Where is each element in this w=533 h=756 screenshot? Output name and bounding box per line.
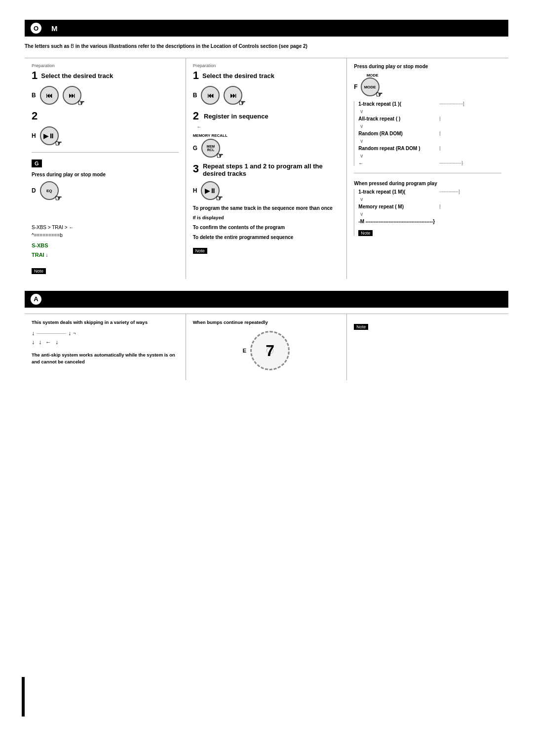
skip-back-btn-2: ⏮ xyxy=(201,86,220,105)
skip-fwd-btn-2: ⏭ ☞ xyxy=(224,86,242,105)
recall-icon: MEMRCL ☞ xyxy=(201,139,220,158)
mode-btn-row: MODE F MODE ☞ xyxy=(354,73,501,96)
dashes2-row: ← ---------------} xyxy=(358,160,501,166)
play-pause-icon-1: ▶⏸ ☞ xyxy=(40,126,59,145)
finger-cursor-6: ☞ xyxy=(216,194,223,203)
disc-letter-e: E xyxy=(243,348,246,354)
step2-num-2: 2 xyxy=(193,110,199,122)
sxbs-lines: S-XBS > TRAI > ← ^=========b xyxy=(32,224,179,239)
repeat1-prog-dashes: -------------] xyxy=(439,189,501,194)
press-label-col3: Press during play or stop mode xyxy=(354,64,428,69)
disc-visual: 7 xyxy=(250,331,290,370)
antiskip-col2: When bumps continue repeatedly E 7 xyxy=(186,314,347,380)
arrow-down-1: ↓ xyxy=(32,330,35,337)
section-a-header: A xyxy=(25,291,508,308)
letter-b-1: B xyxy=(32,92,36,99)
arrow-down-5: ↓ xyxy=(55,339,58,346)
random-repeat-dashes: | xyxy=(439,146,501,151)
antiskip-col2-title: When bumps continue repeatedly xyxy=(193,319,340,326)
repeat1-row: 1-track repeat (1 )( ----------------] xyxy=(358,101,501,107)
random-repeat-label: Random repeat (RA DOM ) xyxy=(358,146,437,151)
step3-num: 3 xyxy=(193,162,199,175)
letter-g: G xyxy=(193,145,197,152)
m-dashes-row: -M -------------------------------------… xyxy=(358,219,501,224)
eq-btn-row: D EQ ☞ xyxy=(32,181,179,200)
skip-back-icon: ⏮ xyxy=(40,86,59,105)
disc-number: 7 xyxy=(266,342,274,360)
antiskip-col1-title: This system deals with skipping in a var… xyxy=(32,319,179,326)
v2: v xyxy=(360,123,501,129)
alltrack-label: All-track repeat ( ) xyxy=(358,116,437,121)
sxbs-arrow-text: S-XBS > TRAI > ← xyxy=(32,225,74,230)
register-arrow: ← xyxy=(197,124,340,129)
random-dashes: | xyxy=(439,131,501,136)
main-three-col: Preparation 1 Select the desired track B… xyxy=(25,58,508,279)
repeat1-prog-label: 1-track repeat (1 M)( xyxy=(358,189,437,195)
play-btn-wrapper-2: ▶⏸ ☞ xyxy=(201,181,220,200)
col1: Preparation 1 Select the desired track B… xyxy=(25,58,186,279)
step1-num: 1 xyxy=(32,69,38,82)
skip-fwd-icon: ⏭ ☞ xyxy=(63,86,81,105)
step2-btn-row: H ▶⏸ ☞ xyxy=(32,126,179,145)
col3: Press during play or stop mode MODE F MO… xyxy=(347,58,508,279)
repeat1-prog-row: 1-track repeat (1 M)( -------------] xyxy=(358,189,501,195)
repeat-modes: 1-track repeat (1 )( ----------------] v… xyxy=(354,101,501,166)
eq-btn-wrapper: EQ ☞ xyxy=(40,181,59,200)
dashes2: ---------------} xyxy=(439,160,501,165)
disc-container: E 7 xyxy=(193,331,340,370)
corner-1: ¬ xyxy=(73,331,76,336)
finger-cursor-5: ☞ xyxy=(216,151,223,160)
program-play-modes: 1-track repeat (1 M)( -------------] v M… xyxy=(354,189,501,236)
alltrack-row: All-track repeat ( ) | xyxy=(358,116,501,121)
trai-arrow: ↓ xyxy=(45,252,48,258)
arrows-row-2: ↓ ↓ ← ↓ xyxy=(32,339,179,346)
play-btn-wrapper-1: ▶⏸ ☞ xyxy=(40,126,59,145)
header-om-title: M xyxy=(51,24,58,33)
arrows-row-1: ↓ ↓ ¬ xyxy=(32,330,179,337)
letter-o: O xyxy=(31,23,41,34)
letter-d: D xyxy=(32,187,36,194)
repeat1-label: 1-track repeat (1 )( xyxy=(358,101,437,107)
program-same-label: To program the same track in the sequenc… xyxy=(193,205,333,211)
arrow-down-2: ↓ xyxy=(68,330,71,337)
v3: v xyxy=(360,138,501,144)
arrow-down-3: ↓ xyxy=(32,339,35,346)
step1-num-2: 1 xyxy=(193,69,199,82)
skip-btn-wrapper: ⏮ xyxy=(40,86,59,105)
step1-title: Select the desired track xyxy=(41,72,113,80)
step3-btn-row: H ▶⏸ ☞ xyxy=(193,181,340,200)
v5: v xyxy=(360,197,501,202)
arrow-left2: ← xyxy=(358,160,437,166)
step2-title: Register in sequence xyxy=(204,113,268,120)
v6: v xyxy=(360,211,501,217)
recall-btn-row: MEMORY RECALL G MEMRCL ☞ xyxy=(193,133,340,158)
letter-a-circle: A xyxy=(31,294,41,305)
if-displayed: If is displayed xyxy=(193,215,340,220)
random-row: Random (RA DOM) | xyxy=(358,131,501,136)
finger-cursor-2: ☞ xyxy=(55,139,62,148)
mode-btn-wrapper: MODE ☞ xyxy=(361,78,380,96)
memory-repeat-label: Memory repeat ( M) xyxy=(358,204,437,209)
antiskip-cols: This system deals with skipping in a var… xyxy=(25,314,508,380)
recall-btn-wrapper: MEMRCL ☞ xyxy=(201,139,220,158)
col2: Preparation 1 Select the desired track B… xyxy=(186,58,347,279)
finger-cursor-7: ☞ xyxy=(376,90,382,99)
intro-text: The letters such as B in the various ill… xyxy=(25,42,508,50)
skip-back-icon-2: ⏮ xyxy=(201,86,220,105)
alltrack-dashes: | xyxy=(439,116,501,121)
play-pause-icon-2: ▶⏸ ☞ xyxy=(201,181,220,200)
note-badge-3: Note xyxy=(358,230,373,236)
finger-cursor-4: ☞ xyxy=(238,98,245,108)
finger-cursor-1: ☞ xyxy=(77,98,84,108)
random-repeat-row: Random repeat (RA DOM ) | xyxy=(358,146,501,151)
press-label-1: Press during play or stop mode xyxy=(32,172,106,177)
m-dashes-label: -M -------------------------------------… xyxy=(358,219,437,224)
antiskip-section: A This system deals with skipping in a v… xyxy=(25,291,508,380)
delete-program: To delete the entire programmed sequence xyxy=(193,235,294,240)
letter-h-1: H xyxy=(32,132,36,139)
confirm-program: To confirm the contents of the program xyxy=(193,225,285,230)
antiskip-col1: This system deals with skipping in a var… xyxy=(25,314,186,380)
memory-repeat-row: Memory repeat ( M) | xyxy=(358,204,501,209)
arrow-down-4: ↓ xyxy=(38,339,41,346)
eq-icon: EQ ☞ xyxy=(40,181,59,200)
